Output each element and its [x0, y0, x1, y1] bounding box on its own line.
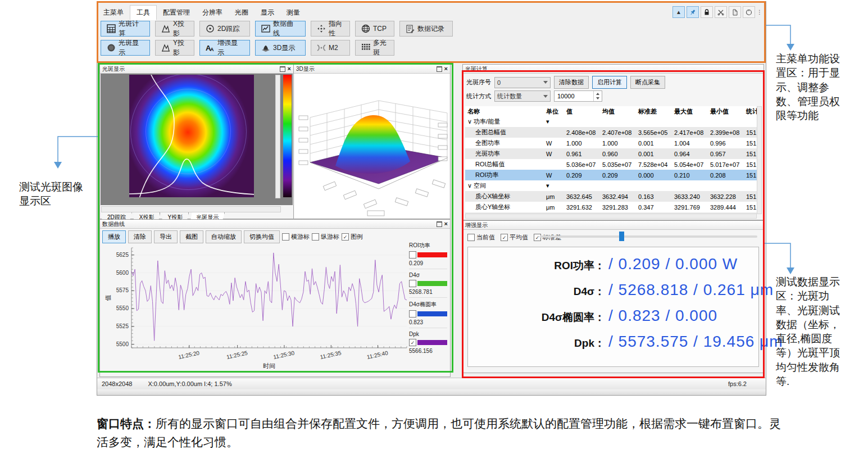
pointing-button[interactable]: 指向性 [311, 21, 350, 37]
enhanced-value: / 0.823 / 0.000 [608, 307, 758, 325]
legend-checkbox[interactable] [409, 280, 416, 287]
spot-calc-button[interactable]: 光斑计算 [101, 21, 150, 37]
display-3d-button[interactable]: 3D显示 [255, 40, 306, 56]
calc-panel-title: 光斑计算 [465, 65, 761, 73]
enable-calc-button[interactable]: 启用计算 [592, 76, 627, 89]
svg-text:5500: 5500 [116, 341, 129, 347]
legend-checkbox[interactable] [409, 251, 416, 259]
autoscale-button[interactable]: 自动缩放 [206, 230, 242, 243]
x-projection-button[interactable]: X投影 [155, 21, 194, 37]
y-projection-icon [161, 43, 170, 52]
stat-mode-value: 统计数量 [497, 92, 522, 101]
table-row[interactable]: 光斑功率W0.9610.9600.0010.9640.957151 [465, 148, 757, 159]
mean-value-checkbox[interactable]: 平均值 [501, 233, 528, 242]
float-window-icon[interactable] [437, 221, 442, 227]
annotation-menu-area: 主菜单功能设置区：用于显示、调整参数、管理员权限等功能 [776, 52, 847, 123]
multi-spot-button[interactable]: 多光斑 [355, 40, 394, 56]
font-size-slider[interactable] [539, 235, 757, 238]
export-button[interactable]: 导出 [154, 230, 178, 243]
group-filter-icon: ▾ [544, 182, 564, 189]
table-cell: 5.036e+07 [564, 161, 600, 168]
threed-display-panel: 3D显示 × [293, 64, 451, 219]
screenshot-button[interactable]: 截图 [180, 230, 203, 243]
table-row[interactable]: 全图功率W1.0001.0000.0011.0040.996151 [465, 138, 757, 148]
beam-panel-titlebar: 光斑显示 × [100, 65, 293, 74]
globe-icon [361, 24, 370, 33]
table-row[interactable]: 全图总幅值2.408e+082.407e+083.565e+052.417e+0… [465, 127, 757, 138]
column-header: 值 [564, 107, 600, 116]
column-header: 名称 [465, 107, 544, 116]
play-button[interactable]: 播放 [102, 230, 126, 243]
data-curve-button[interactable]: 数据曲线 [255, 21, 306, 37]
table-header-row: 名称单位值均值标准差最大值最小值统计数量 [465, 106, 757, 116]
data-record-button[interactable]: 数据记录 [399, 21, 453, 37]
table-cell: 3289.444 [708, 204, 744, 211]
float-window-icon[interactable] [437, 66, 442, 72]
table-horizontal-scrollbar[interactable] [465, 214, 757, 219]
beam-horizontal-scrollbar[interactable] [101, 206, 281, 212]
y-projection-button[interactable]: Y投影 [155, 40, 194, 56]
svg-text:5625: 5625 [116, 252, 129, 258]
stat-count-spinner[interactable]: 10000 [554, 90, 602, 102]
current-value-checkbox[interactable]: 当前值 [467, 233, 495, 242]
menu-tab-resolution[interactable]: 分辨率 [196, 6, 229, 20]
menu-tab-display[interactable]: 显示 [255, 6, 280, 20]
clear-data-button[interactable]: 清除数据 [554, 76, 589, 89]
checkbox-icon [282, 233, 289, 241]
stat-count-value: 10000 [555, 93, 593, 99]
beam-vertical-scrollbar[interactable] [275, 75, 280, 198]
legend-checkbox[interactable]: 图例 [342, 233, 363, 241]
beam-waist-icon [317, 43, 326, 52]
menu-tab-main[interactable]: 主菜单 [97, 6, 130, 20]
scissors-icon[interactable] [715, 6, 727, 18]
close-icon[interactable]: × [288, 66, 291, 71]
document-icon[interactable] [729, 6, 741, 18]
checkbox-label: 横游标 [291, 233, 310, 241]
menu-tab-measure[interactable]: 测量 [280, 6, 306, 20]
column-header: 单位 [544, 107, 564, 116]
legend-checkbox[interactable] [409, 310, 416, 318]
enhanced-display-button[interactable]: AA 增强显示 [199, 40, 250, 56]
lock-icon[interactable] [701, 6, 713, 18]
close-icon[interactable]: × [444, 221, 448, 226]
svg-text:5550: 5550 [116, 305, 129, 311]
checkbox-label: 纵游标 [321, 233, 339, 241]
h-cursor-checkbox[interactable]: 横游标 [282, 233, 310, 241]
table-vertical-scrollbar[interactable] [757, 106, 762, 214]
button-label: 多光斑 [373, 38, 388, 57]
seq-select[interactable]: 0 [494, 77, 551, 88]
table-cell: 7.528e+04 [636, 161, 672, 168]
clear-button[interactable]: 清除 [128, 230, 152, 243]
table-row[interactable]: 质心Y轴坐标μm3291.6323291.2830.3473291.769328… [465, 202, 757, 212]
toggle-mean-button[interactable]: 切换均值 [244, 230, 280, 243]
menu-tab-config[interactable]: 配置管理 [157, 6, 196, 20]
enhanced-line: D4σ椭圆率：/ 0.823 / 0.000 [468, 307, 758, 325]
spinner-arrows-icon[interactable] [593, 91, 602, 101]
legend-item: D4σ5268.781 [409, 269, 447, 297]
caption-body: 所有的显示窗口可自由组合并保存配置文件，方便调用，也可使用系统默认的配置管理功能… [97, 417, 781, 448]
track-2d-button[interactable]: 2D跟踪 [199, 21, 250, 37]
breakpoint-capture-button[interactable]: 断点采集 [630, 76, 665, 89]
close-icon[interactable]: × [444, 66, 448, 71]
table-cell: W [544, 172, 564, 179]
toolbar-row-2: 光斑显示 Y投影 AA 增强显示 3D显示 M2 [101, 40, 762, 56]
collapse-arrow-icon[interactable]: ▲ [672, 6, 685, 18]
v-cursor-checkbox[interactable]: 纵游标 [312, 233, 339, 241]
menu-tab-aperture[interactable]: 光圈 [229, 6, 255, 20]
legend-checkbox[interactable] [409, 339, 416, 346]
m2-button[interactable]: M2 [311, 40, 350, 56]
slider-handle[interactable] [619, 232, 624, 241]
more-icon[interactable]: ⋮ [757, 9, 762, 15]
tcp-button[interactable]: TCP [355, 21, 394, 37]
table-cell: 0.964 [672, 151, 708, 157]
table-row[interactable]: ROI功率W0.2090.2090.0000.2100.208151 [465, 170, 757, 180]
table-row[interactable]: 质心X轴坐标μm3632.6453632.4940.1633633.240363… [465, 191, 757, 202]
stat-mode-select[interactable]: 统计数量 [494, 90, 551, 102]
table-row[interactable]: ROI总幅值5.036e+075.035e+077.528e+045.054e+… [465, 159, 757, 170]
table-cell: 5.017e+07 [708, 161, 744, 168]
float-window-icon[interactable] [280, 66, 285, 72]
help-icon[interactable] [743, 6, 755, 18]
spot-display-button[interactable]: 光斑显示 [101, 40, 150, 56]
pin-icon[interactable] [687, 6, 699, 18]
menu-tab-tools[interactable]: 工具 [130, 5, 157, 20]
